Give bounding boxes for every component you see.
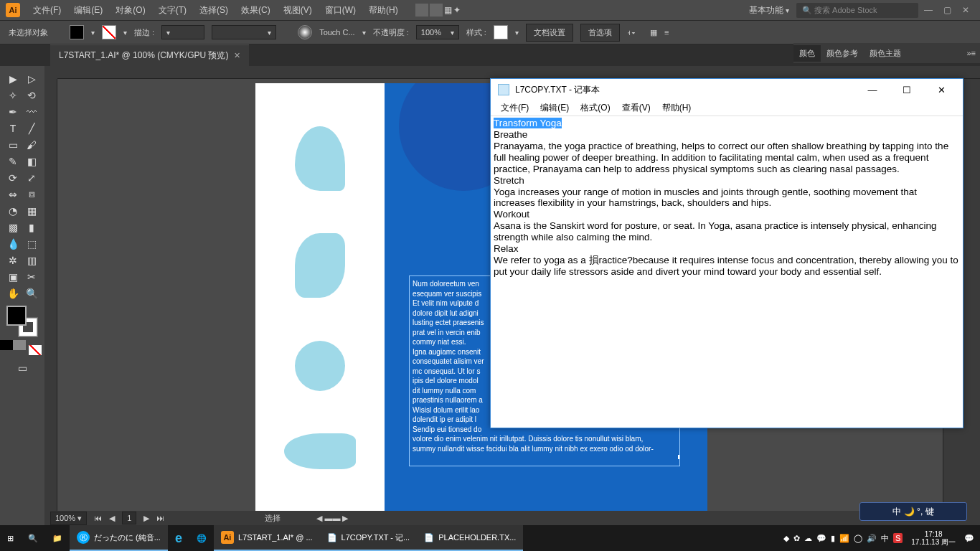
curvature-tool[interactable]: 〰: [22, 103, 41, 120]
st-icon[interactable]: [430, 4, 443, 17]
zoom-level[interactable]: 100% ▾: [50, 512, 87, 525]
panel-expand-icon[interactable]: »≡: [961, 46, 980, 60]
touch-label[interactable]: Touch C...: [319, 28, 355, 37]
panel-options-icon[interactable]: ▦: [650, 28, 657, 37]
tray-volume-icon[interactable]: 🔊: [867, 534, 877, 543]
notepad2-button[interactable]: 📄PLACEHOLDER.TX...: [417, 525, 523, 551]
ime-toolbar[interactable]: 中 🌙 °, 键: [859, 502, 967, 521]
clock[interactable]: 17:1817.11.13 周一: [907, 530, 960, 546]
symbol-sprayer-tool[interactable]: ✲: [4, 252, 22, 268]
browser-button[interactable]: 🌐: [189, 525, 214, 551]
nav-last-icon[interactable]: ⏭: [156, 514, 164, 522]
tray-icon[interactable]: ☁: [804, 534, 812, 543]
scrollbar-h[interactable]: ◀ ▬▬ ▶: [316, 514, 348, 523]
mesh-tool[interactable]: ▩: [4, 219, 22, 235]
close-icon[interactable]: ✕: [957, 4, 974, 17]
notepad-textarea[interactable]: Transform Yoga Breathe Pranayama, the yo…: [491, 116, 963, 428]
menu-select[interactable]: 选择(S): [194, 1, 234, 19]
tray-icon[interactable]: ▮: [831, 534, 835, 543]
gradient-mode-icon[interactable]: [13, 340, 26, 350]
graph-tool[interactable]: ▥: [22, 252, 41, 268]
menu-effect[interactable]: 效果(C): [235, 1, 276, 19]
paintbrush-tool[interactable]: 🖌: [22, 136, 41, 153]
fill-stroke-color[interactable]: [6, 306, 38, 337]
br-icon[interactable]: [415, 4, 428, 17]
free-transform-tool[interactable]: ⧈: [22, 186, 41, 202]
tab-color[interactable]: 颜色: [793, 45, 821, 62]
music-app-button[interactable]: Ⓚだったのに (純音...: [70, 525, 168, 551]
rectangle-tool[interactable]: ▭: [4, 136, 22, 153]
width-tool[interactable]: ⇔: [4, 186, 22, 202]
tray-ime-icon[interactable]: 中: [881, 533, 889, 544]
tab-color-themes[interactable]: 颜色主题: [864, 45, 907, 62]
np-menu-view[interactable]: 查看(V): [616, 100, 656, 116]
perspective-tool[interactable]: ▦: [22, 202, 41, 219]
menu-view[interactable]: 视图(V): [278, 1, 318, 19]
align-icon[interactable]: ⫞▾: [627, 28, 636, 37]
zoom-tool[interactable]: 🔍: [22, 285, 41, 301]
tray-icon[interactable]: ✿: [793, 534, 800, 543]
edge-button[interactable]: e: [168, 525, 189, 551]
eraser-tool[interactable]: ◧: [22, 153, 41, 169]
menu-edit[interactable]: 编辑(E): [68, 1, 108, 19]
rotate-tool[interactable]: ⟳: [4, 169, 22, 186]
arrange-icon[interactable]: ▦: [444, 5, 452, 15]
brush-drop[interactable]: [212, 25, 276, 39]
menu-help[interactable]: 帮助(H): [363, 1, 404, 19]
tray-icon[interactable]: ◆: [783, 534, 789, 543]
fill-swatch[interactable]: [70, 25, 84, 39]
nav-next-icon[interactable]: ▶: [143, 514, 149, 523]
nav-first-icon[interactable]: ⏮: [94, 514, 102, 522]
tray-icon[interactable]: 💬: [816, 534, 826, 543]
np-menu-file[interactable]: 文件(F): [495, 100, 534, 116]
workspace-switcher[interactable]: 基本功能: [743, 1, 795, 19]
artboard-nav[interactable]: 1: [122, 512, 136, 524]
start-button[interactable]: ⊞: [0, 525, 21, 551]
tray-sogou-icon[interactable]: S: [893, 533, 903, 543]
menu-object[interactable]: 对象(O): [110, 1, 151, 19]
np-menu-help[interactable]: 帮助(H): [656, 100, 697, 116]
np-minimize-icon[interactable]: —: [858, 80, 887, 100]
blend-tool[interactable]: ⬚: [22, 235, 41, 252]
tab-color-guide[interactable]: 颜色参考: [821, 45, 864, 62]
pen-tool[interactable]: ✒: [4, 103, 22, 120]
type-tool[interactable]: T: [4, 120, 22, 136]
opacity-field[interactable]: 100%: [416, 25, 459, 39]
tray-network-icon[interactable]: 📶: [839, 534, 849, 543]
style-swatch[interactable]: [494, 25, 508, 39]
lasso-tool[interactable]: ⟲: [22, 87, 41, 103]
artboard-tool[interactable]: ▣: [4, 268, 22, 285]
scale-tool[interactable]: ⤢: [22, 169, 41, 186]
notifications-icon[interactable]: 💬: [964, 534, 974, 543]
line-tool[interactable]: ╱: [22, 120, 41, 136]
magic-wand-tool[interactable]: ✧: [4, 87, 22, 103]
gradient-tool[interactable]: ▮: [22, 219, 41, 235]
slice-tool[interactable]: ✂: [22, 268, 41, 285]
gpu-icon[interactable]: ✦: [453, 5, 461, 15]
overflow-marker-icon[interactable]: [677, 454, 680, 460]
maximize-icon[interactable]: ▢: [938, 4, 956, 17]
ruler-vertical[interactable]: [44, 79, 57, 511]
color-mode-icon[interactable]: [0, 340, 13, 350]
selection-tool[interactable]: ▶: [4, 70, 22, 87]
tray-icon[interactable]: ◯: [854, 534, 862, 543]
illustrator-button[interactable]: AiL7START_1.AI* @ ...: [214, 525, 320, 551]
menu-window[interactable]: 窗口(W): [319, 1, 362, 19]
shape-builder-tool[interactable]: ◔: [4, 202, 22, 219]
notepad-titlebar[interactable]: L7COPY.TXT - 记事本 — ☐ ✕: [491, 79, 963, 100]
explorer-button[interactable]: 📁: [45, 525, 70, 551]
shaper-tool[interactable]: ✎: [4, 153, 22, 169]
direct-selection-tool[interactable]: ▷: [22, 70, 41, 87]
notepad-button[interactable]: 📄L7COPY.TXT - 记...: [320, 525, 418, 551]
np-close-icon[interactable]: ✕: [927, 80, 956, 100]
document-tab[interactable]: L7START_1.AI* @ 100% (CMYK/GPU 预览) ✕: [50, 44, 249, 66]
menu-file[interactable]: 文件(F): [27, 1, 67, 19]
np-menu-format[interactable]: 格式(O): [575, 100, 616, 116]
none-mode-icon[interactable]: [26, 340, 44, 357]
minimize-icon[interactable]: —: [920, 4, 937, 17]
stroke-weight[interactable]: [161, 25, 204, 39]
stroke-swatch[interactable]: [102, 25, 116, 39]
search-button[interactable]: 🔍: [21, 525, 45, 551]
hand-tool[interactable]: ✋: [4, 285, 22, 301]
tab-close-icon[interactable]: ✕: [234, 51, 240, 60]
